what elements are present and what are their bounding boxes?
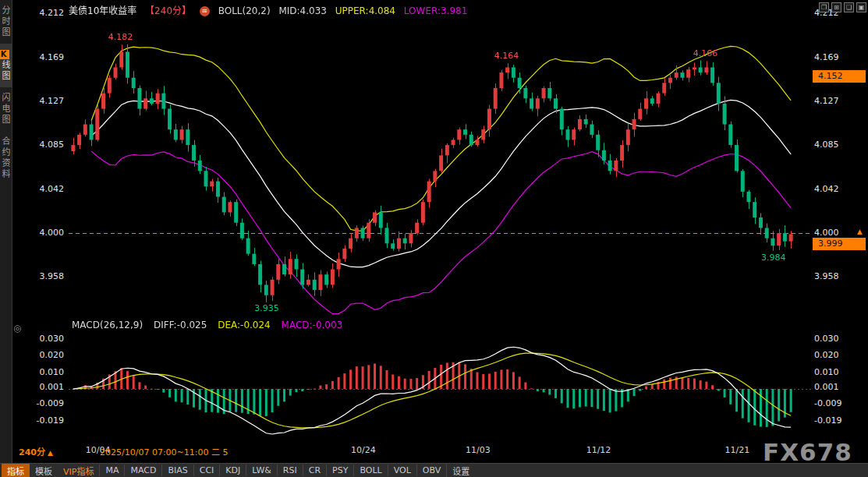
left-sidebar: 分时图 K线图 闪电图 合约资料 (0, 0, 12, 463)
period-label[interactable]: 【240分】 (145, 5, 191, 16)
macd-macd-value: MACD:-0.003 (282, 320, 343, 330)
macd-tick-label: 0.030 (814, 334, 861, 344)
toolbar-item-vol[interactable]: VOL (388, 465, 416, 476)
toolbar-item-ma[interactable]: MA (99, 465, 124, 476)
price-tick-label: 3.958 (814, 271, 861, 281)
kline-badge: K (0, 50, 9, 59)
toolbar-item-kdj[interactable]: KDJ (219, 465, 246, 476)
chart-layout-icon-3[interactable]: ❏ (844, 2, 854, 12)
watermark: FX678 (763, 438, 852, 466)
trading-app-window: 分时图 K线图 闪电图 合约资料 美债10年收益率 【240分】 ≡ BOLL(… (0, 0, 868, 477)
price-tick-label: 4.127 (814, 96, 861, 106)
chart-header: 美债10年收益率 【240分】 ≡ BOLL(20,2) MID:4.033 U… (69, 3, 473, 16)
boll-indicator-label: BOLL(20,2) (218, 5, 271, 16)
last-price-tag: 3.999 (813, 238, 866, 250)
macd-tick-label: -0.019 (814, 415, 861, 426)
toolbar-item-indicators[interactable]: 指标 (2, 464, 30, 477)
price-tick-label: 4.042 (814, 184, 861, 194)
toolbar-item-macd[interactable]: MACD (124, 465, 161, 476)
toolbar-item-cci[interactable]: CCI (193, 465, 220, 476)
macd-tick-label: 0.030 (22, 334, 64, 344)
candlestick-chart-canvas[interactable] (69, 9, 811, 318)
sidebar-item-contract-info[interactable]: 合约资料 (0, 131, 12, 186)
x-axis-date-label: 11/21 (725, 445, 750, 455)
price-tick-label: 4.212 (22, 8, 64, 18)
price-tick-label: 4.000 (22, 228, 64, 238)
period-menu-icon[interactable]: ≡ (200, 6, 210, 16)
chart-layout-icon-2[interactable]: ⊞ (831, 2, 841, 12)
boll-upper-value: UPPER:4.084 (335, 5, 395, 16)
indicator-eye-icon[interactable]: ◎ (13, 323, 21, 334)
macd-tick-label: 0.010 (814, 367, 861, 377)
price-tick-label: 4.169 (22, 52, 64, 62)
sidebar-item-kline-chart[interactable]: K线图 (0, 44, 12, 87)
macd-tick-label: 0.010 (22, 367, 64, 377)
macd-tick-label: -0.019 (22, 415, 64, 426)
instrument-title: 美债10年收益率 (69, 5, 136, 16)
toolbar-item-psy[interactable]: PSY (326, 465, 353, 476)
price-tick-label: 3.958 (22, 271, 64, 281)
period-badge-label: 240分 (19, 447, 45, 458)
macd-chart-canvas[interactable] (69, 332, 811, 438)
bottom-toolbar: 指标模板VIP指标MAMACDBIASCCIKDJLW&RSICRPSYBOLL… (0, 463, 868, 477)
macd-indicator-label: MACD(26,12,9) (72, 320, 143, 330)
price-tick-label: 4.042 (22, 184, 64, 194)
sidebar-item-lightning-chart[interactable]: 闪电图 (0, 87, 12, 131)
chevron-up-icon: ▲ (48, 449, 53, 457)
boll-upper-price-tag: 4.152 (813, 70, 866, 83)
x-axis-date-label: 11/03 (466, 445, 491, 455)
sidebar-item-time-chart[interactable]: 分时图 (0, 0, 12, 44)
x-axis-date-label: 11/12 (586, 445, 611, 455)
toolbar-item-bias[interactable]: BIAS (161, 465, 193, 476)
macd-tick-label: 0.001 (814, 382, 861, 392)
toolbar-item-cr[interactable]: CR (303, 465, 326, 476)
toolbar-item-vip-indicators[interactable]: VIP指标 (58, 464, 99, 477)
toolbar-item-templates[interactable]: 模板 (30, 464, 58, 477)
macd-tick-label: -0.009 (814, 398, 861, 408)
sidebar-item-label: 线图 (0, 60, 10, 82)
price-tick-label: 4.127 (22, 96, 64, 106)
toolbar-item-boll[interactable]: BOLL (353, 465, 387, 476)
macd-tick-label: 0.001 (22, 382, 64, 392)
macd-tick-label: 0.020 (814, 350, 861, 360)
macd-dea-value: DEA:-0.024 (218, 320, 271, 330)
price-tick-label: 4.000 (814, 228, 861, 238)
macd-tick-label: -0.009 (22, 398, 64, 408)
chart-layout-icon-4[interactable]: ▣ (856, 2, 866, 12)
boll-mid-value: MID:4.033 (278, 5, 327, 16)
latest-price-arrow-icon[interactable]: ▲ (857, 228, 863, 235)
window-controls: ❐ ⊞ ❏ ▣ (819, 2, 866, 12)
toolbar-item-lw[interactable]: LW& (246, 465, 277, 476)
macd-tick-label: 0.020 (22, 350, 64, 360)
chart-layout-icon-1[interactable]: ❐ (819, 2, 829, 12)
macd-diff-value: DIFF:-0.025 (154, 320, 207, 330)
toolbar-item-settings[interactable]: 设置 (446, 464, 475, 477)
price-tick-label: 4.085 (22, 140, 64, 150)
macd-header: MACD(26,12,9) DIFF:-0.025 DEA:-0.024 MAC… (72, 320, 350, 330)
period-badge[interactable]: 240分▲ (19, 445, 53, 458)
price-tick-label: 4.085 (814, 140, 861, 150)
toolbar-item-rsi[interactable]: RSI (277, 465, 303, 476)
x-axis-date-label: 10/24 (351, 445, 376, 455)
toolbar-item-obv[interactable]: OBV (416, 465, 446, 476)
boll-lower-value: LOWER:3.981 (404, 5, 468, 16)
bar-info-status: 2025/10/07 07:00~11:00 二 5 (100, 445, 229, 458)
price-tick-label: 4.169 (814, 52, 861, 62)
